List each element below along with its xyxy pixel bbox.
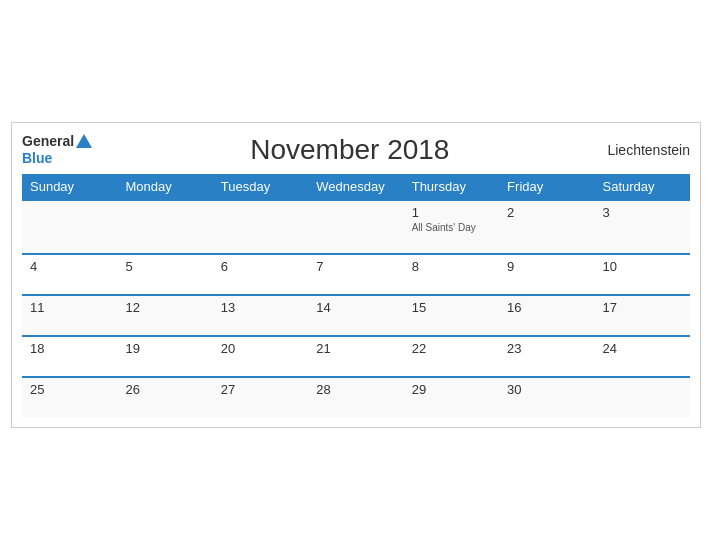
calendar-day-cell: 12 — [117, 295, 212, 336]
day-number: 9 — [507, 259, 586, 274]
calendar-day-cell: 5 — [117, 254, 212, 295]
day-number: 27 — [221, 382, 300, 397]
calendar-day-cell: 16 — [499, 295, 594, 336]
calendar-day-cell: 1All Saints' Day — [404, 200, 499, 254]
calendar-week-row: 11121314151617 — [22, 295, 690, 336]
logo-blue-text: Blue — [22, 150, 52, 167]
calendar-day-cell: 7 — [308, 254, 403, 295]
calendar-day-cell: 22 — [404, 336, 499, 377]
calendar-day-cell: 4 — [22, 254, 117, 295]
day-number: 11 — [30, 300, 109, 315]
calendar-container: General Blue November 2018 Liechtenstein… — [11, 122, 701, 429]
calendar-header: General Blue November 2018 Liechtenstein — [22, 133, 690, 167]
calendar-day-cell: 28 — [308, 377, 403, 417]
day-number: 1 — [412, 205, 491, 220]
day-number: 26 — [125, 382, 204, 397]
calendar-day-cell: 26 — [117, 377, 212, 417]
calendar-day-cell — [22, 200, 117, 254]
calendar-day-cell — [308, 200, 403, 254]
day-number: 30 — [507, 382, 586, 397]
calendar-day-cell: 13 — [213, 295, 308, 336]
day-number: 19 — [125, 341, 204, 356]
calendar-day-cell — [117, 200, 212, 254]
calendar-week-row: 252627282930 — [22, 377, 690, 417]
calendar-table: SundayMondayTuesdayWednesdayThursdayFrid… — [22, 174, 690, 417]
country-name: Liechtenstein — [607, 142, 690, 158]
logo-triangle-icon — [76, 134, 92, 148]
calendar-week-row: 45678910 — [22, 254, 690, 295]
calendar-day-cell: 18 — [22, 336, 117, 377]
day-number: 22 — [412, 341, 491, 356]
day-number: 12 — [125, 300, 204, 315]
weekday-header-thursday: Thursday — [404, 174, 499, 200]
calendar-day-cell: 23 — [499, 336, 594, 377]
calendar-day-cell: 6 — [213, 254, 308, 295]
day-number: 6 — [221, 259, 300, 274]
logo: General Blue — [22, 133, 92, 167]
day-number: 24 — [603, 341, 682, 356]
weekday-header-monday: Monday — [117, 174, 212, 200]
calendar-day-cell: 3 — [595, 200, 690, 254]
calendar-day-cell: 11 — [22, 295, 117, 336]
day-number: 29 — [412, 382, 491, 397]
calendar-day-cell: 8 — [404, 254, 499, 295]
day-number: 13 — [221, 300, 300, 315]
weekday-header-tuesday: Tuesday — [213, 174, 308, 200]
day-number: 23 — [507, 341, 586, 356]
calendar-day-cell: 10 — [595, 254, 690, 295]
day-number: 3 — [603, 205, 682, 220]
day-number: 17 — [603, 300, 682, 315]
logo-general-text: General — [22, 133, 74, 150]
day-number: 2 — [507, 205, 586, 220]
calendar-day-cell: 24 — [595, 336, 690, 377]
day-number: 21 — [316, 341, 395, 356]
calendar-title: November 2018 — [250, 134, 449, 166]
day-number: 28 — [316, 382, 395, 397]
day-number: 18 — [30, 341, 109, 356]
day-number: 10 — [603, 259, 682, 274]
calendar-day-cell: 9 — [499, 254, 594, 295]
calendar-day-cell: 2 — [499, 200, 594, 254]
weekday-header-sunday: Sunday — [22, 174, 117, 200]
day-number: 25 — [30, 382, 109, 397]
day-number: 14 — [316, 300, 395, 315]
calendar-day-cell: 25 — [22, 377, 117, 417]
day-number: 15 — [412, 300, 491, 315]
calendar-day-cell: 21 — [308, 336, 403, 377]
weekday-header-saturday: Saturday — [595, 174, 690, 200]
calendar-week-row: 1All Saints' Day23 — [22, 200, 690, 254]
day-number: 16 — [507, 300, 586, 315]
calendar-day-cell: 20 — [213, 336, 308, 377]
calendar-week-row: 18192021222324 — [22, 336, 690, 377]
calendar-day-cell: 30 — [499, 377, 594, 417]
day-number: 4 — [30, 259, 109, 274]
calendar-day-cell: 14 — [308, 295, 403, 336]
calendar-day-cell — [595, 377, 690, 417]
day-number: 7 — [316, 259, 395, 274]
calendar-day-cell: 15 — [404, 295, 499, 336]
weekday-header-row: SundayMondayTuesdayWednesdayThursdayFrid… — [22, 174, 690, 200]
day-number: 5 — [125, 259, 204, 274]
day-number: 8 — [412, 259, 491, 274]
calendar-day-cell: 27 — [213, 377, 308, 417]
calendar-day-cell: 17 — [595, 295, 690, 336]
day-number: 20 — [221, 341, 300, 356]
weekday-header-wednesday: Wednesday — [308, 174, 403, 200]
calendar-day-cell: 19 — [117, 336, 212, 377]
calendar-day-cell — [213, 200, 308, 254]
weekday-header-friday: Friday — [499, 174, 594, 200]
holiday-name: All Saints' Day — [412, 222, 491, 233]
calendar-day-cell: 29 — [404, 377, 499, 417]
